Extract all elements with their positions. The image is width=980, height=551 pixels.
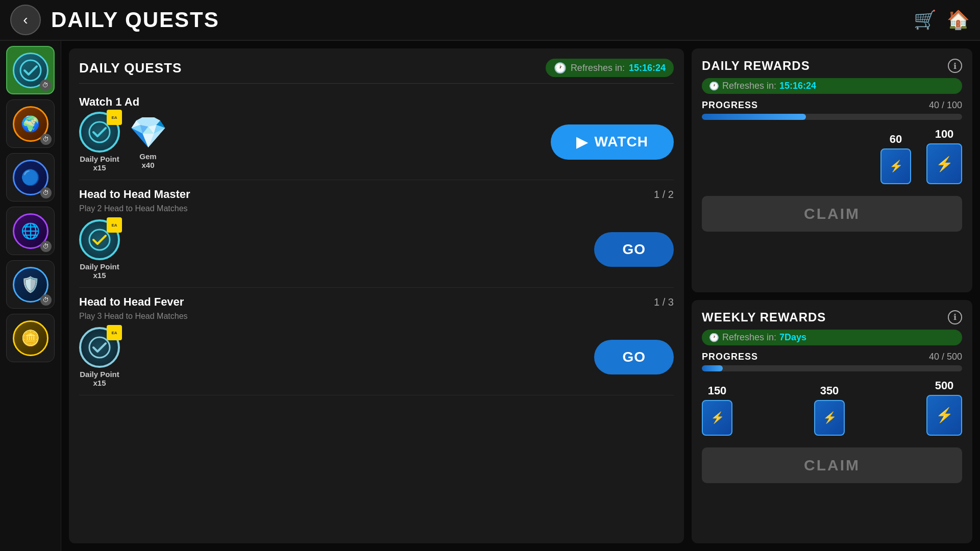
weekly-pack-icon-150 [702, 400, 732, 436]
daily-progress-count: 40 / 100 [929, 100, 962, 111]
page-title: DAILY QUESTS [51, 8, 914, 32]
daily-rewards-refresh: 🕐 Refreshes in: 15:16:24 [702, 78, 962, 94]
weekly-milestone-350-label: 350 [820, 384, 839, 397]
rewards-sidebar: DAILY REWARDS ℹ 🕐 Refreshes in: 15:16:24… [692, 48, 972, 543]
quest-watch-rewards-row: EA Daily Pointx15 💎 Gemx40 ▶ WATCH [79, 112, 674, 172]
content-area: DAILY QUESTS 🕐 Refreshes in: 15:16:24 Wa… [61, 41, 980, 551]
reward-label-dp2: Daily Pointx15 [80, 262, 119, 280]
header-icons: 🛒 🏠 [914, 9, 970, 31]
reward-label-dp1: Daily Pointx15 [80, 155, 119, 172]
sidebar-item-quests[interactable]: ⏱ [6, 46, 55, 94]
daily-milestone-60-label: 60 [890, 133, 902, 146]
quests-panel-title: DAILY QUESTS [79, 60, 182, 76]
weekly-rewards-info-icon[interactable]: ℹ [948, 310, 962, 324]
sidebar-item-purple[interactable]: 🌐 ⏱ [6, 207, 55, 255]
quest-watch-name: Watch 1 Ad [79, 95, 139, 109]
watch-button[interactable]: ▶ WATCH [551, 124, 674, 160]
coin-icon: 🪙 [13, 320, 48, 356]
gem-icon-1: 💎 [130, 114, 166, 150]
quest-item-watch-ad: Watch 1 Ad EA Daily Pointx15 [79, 88, 674, 180]
quest-item-h2h-master: Head to Head Master 1 / 2 Play 2 Head to… [79, 180, 674, 288]
daily-clock-icon: 🕐 [709, 81, 719, 91]
daily-progress-label: PROGRESS [702, 100, 758, 111]
gold-badge-2: EA [107, 217, 122, 233]
quest-h2h-fever-header: Head to Head Fever 1 / 3 [79, 295, 674, 309]
quest-h2h-master-header: Head to Head Master 1 / 2 [79, 188, 674, 201]
reward-label-dp3: Daily Pointx15 [80, 370, 119, 387]
weekly-clock-icon: 🕐 [709, 333, 719, 342]
watch-video-icon: ▶ [576, 134, 588, 151]
quests-badge: ⏱ [40, 80, 51, 91]
weekly-milestone-150: 150 [702, 384, 732, 436]
quests-refresh-label: Refreshes in: [571, 63, 625, 73]
quest-watch-header: Watch 1 Ad [79, 95, 674, 109]
daily-point-icon-1: EA [79, 112, 120, 153]
go-button-h2h-fever[interactable]: GO [594, 340, 674, 374]
weekly-milestone-500: 500 [926, 379, 962, 436]
weekly-rewards-panel: WEEKLY REWARDS ℹ 🕐 Refreshes in: 7Days P… [692, 300, 972, 544]
daily-milestone-100-label: 100 [935, 128, 954, 141]
weekly-progress-count: 40 / 500 [929, 352, 962, 362]
watch-button-label: WATCH [594, 134, 648, 150]
reward-daily-point-3: EA Daily Pointx15 [79, 327, 120, 387]
quests-clock-icon: 🕐 [554, 62, 567, 74]
daily-refresh-time: 15:16:24 [779, 81, 816, 91]
daily-point-icon-3: EA [79, 327, 120, 368]
weekly-pack-icon-350 [814, 400, 845, 436]
daily-claim-button[interactable]: CLAIM [702, 196, 962, 232]
weekly-progress-bar-fill [702, 365, 723, 371]
daily-rewards-header: DAILY REWARDS ℹ [702, 59, 962, 73]
weekly-milestone-500-label: 500 [935, 379, 954, 392]
weekly-pack-icon-500 [926, 395, 962, 436]
weekly-progress-label-row: PROGRESS 40 / 500 [702, 352, 962, 362]
daily-milestone-100: 100 [926, 128, 962, 184]
gold-badge-1: EA [107, 110, 122, 125]
reward-daily-point-2: EA Daily Pointx15 [79, 219, 120, 280]
quest-h2h-fever-desc: Play 3 Head to Head Matches [79, 312, 674, 321]
home-icon[interactable]: 🏠 [947, 9, 970, 31]
weekly-progress-bar-bg [702, 365, 962, 371]
quest-item-h2h-fever: Head to Head Fever 1 / 3 Play 3 Head to … [79, 288, 674, 395]
back-button[interactable]: ‹ [10, 5, 41, 35]
gold-badge-3: EA [107, 325, 122, 340]
reward-daily-point-1: EA Daily Pointx15 [79, 112, 120, 172]
reward-label-gem1: Gemx40 [139, 152, 156, 169]
daily-progress-bar-fill [702, 114, 806, 120]
daily-refresh-label: Refreshes in: [722, 81, 776, 91]
reward-gem-1: 💎 Gemx40 [130, 114, 166, 169]
quests-refresh-time: 15:16:24 [629, 63, 666, 73]
sidebar-item-shield[interactable]: 🛡️ ⏱ [6, 260, 55, 309]
orange-badge: ⏱ [40, 134, 52, 145]
weekly-rewards-title: WEEKLY REWARDS [702, 310, 826, 324]
sidebar-item-coin[interactable]: 🪙 [6, 314, 55, 362]
cart-icon[interactable]: 🛒 [914, 9, 937, 31]
quest-h2h-master-progress: 1 / 2 [654, 189, 674, 201]
quest-h2h-master-desc: Play 2 Head to Head Matches [79, 204, 674, 213]
weekly-progress-label: PROGRESS [702, 352, 758, 362]
sidebar-item-blue[interactable]: 🔵 ⏱ [6, 153, 55, 202]
main-layout: ⏱ 🌍 ⏱ 🔵 ⏱ 🌐 ⏱ 🛡️ ⏱ 🪙 [0, 41, 980, 551]
weekly-rewards-header: WEEKLY REWARDS ℹ [702, 310, 962, 324]
daily-rewards-info-icon[interactable]: ℹ [948, 59, 962, 73]
daily-point-icon-2: EA [79, 219, 120, 260]
weekly-refresh-time: 7Days [779, 332, 806, 343]
weekly-claim-button[interactable]: CLAIM [702, 447, 962, 483]
weekly-rewards-refresh: 🕐 Refreshes in: 7Days [702, 330, 962, 345]
sidebar-item-orange[interactable]: 🌍 ⏱ [6, 99, 55, 148]
quests-panel: DAILY QUESTS 🕐 Refreshes in: 15:16:24 Wa… [69, 48, 684, 543]
daily-rewards-title: DAILY REWARDS [702, 59, 810, 73]
go-button-h2h-master[interactable]: GO [594, 232, 674, 267]
quest-h2h-fever-rewards-row: EA Daily Pointx15 GO [79, 327, 674, 387]
weekly-milestones-row: 150 350 500 [702, 379, 962, 436]
weekly-milestone-350: 350 [814, 384, 845, 436]
daily-pack-icon-100 [926, 143, 962, 184]
weekly-refresh-label: Refreshes in: [722, 332, 776, 343]
daily-milestone-60: 60 [880, 133, 911, 184]
header: ‹ DAILY QUESTS 🛒 🏠 [0, 0, 980, 41]
daily-progress-label-row: PROGRESS 40 / 100 [702, 100, 962, 111]
daily-progress-bar-bg [702, 114, 962, 120]
quest-h2h-fever-progress: 1 / 3 [654, 296, 674, 308]
daily-milestones-row: 60 100 [702, 128, 962, 184]
quest-h2h-fever-name: Head to Head Fever [79, 295, 184, 309]
daily-rewards-panel: DAILY REWARDS ℹ 🕐 Refreshes in: 15:16:24… [692, 48, 972, 292]
